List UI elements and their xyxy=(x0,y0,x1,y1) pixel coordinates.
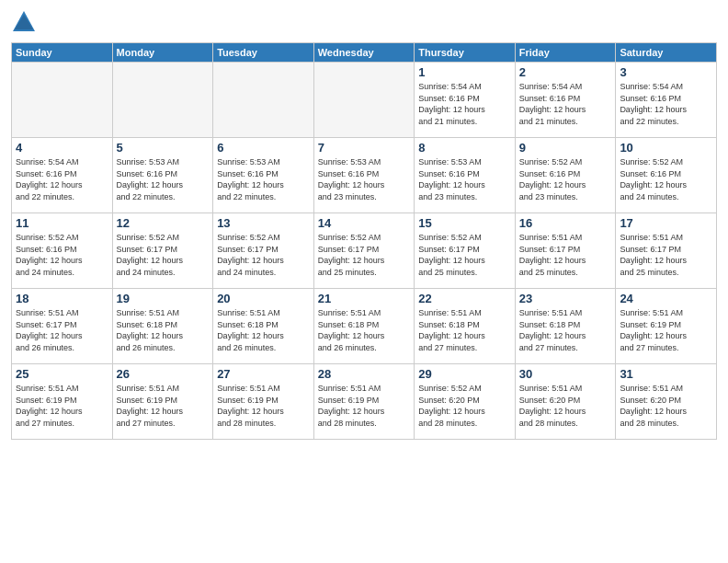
calendar-day-cell: 19Sunrise: 5:51 AM Sunset: 6:18 PM Dayli… xyxy=(112,289,213,364)
day-number: 17 xyxy=(620,216,712,230)
day-info: Sunrise: 5:52 AM Sunset: 6:17 PM Dayligh… xyxy=(117,232,210,278)
calendar-day-cell: 1Sunrise: 5:54 AM Sunset: 6:16 PM Daylig… xyxy=(415,63,516,138)
calendar-day-cell: 9Sunrise: 5:52 AM Sunset: 6:16 PM Daylig… xyxy=(515,138,616,213)
page-header xyxy=(11,9,717,35)
calendar-day-cell: 24Sunrise: 5:51 AM Sunset: 6:19 PM Dayli… xyxy=(616,289,717,364)
day-info: Sunrise: 5:51 AM Sunset: 6:18 PM Dayligh… xyxy=(117,307,210,353)
day-number: 1 xyxy=(418,65,511,79)
calendar-day-cell: 30Sunrise: 5:51 AM Sunset: 6:20 PM Dayli… xyxy=(515,364,616,440)
calendar-day-cell: 11Sunrise: 5:52 AM Sunset: 6:16 PM Dayli… xyxy=(12,213,113,289)
day-number: 26 xyxy=(117,367,210,381)
calendar-day-cell: 10Sunrise: 5:52 AM Sunset: 6:16 PM Dayli… xyxy=(616,138,717,213)
day-number: 20 xyxy=(217,292,310,305)
weekday-header-monday: Monday xyxy=(112,43,213,63)
logo xyxy=(11,9,40,35)
day-info: Sunrise: 5:52 AM Sunset: 6:16 PM Dayligh… xyxy=(620,156,712,202)
calendar-day-cell xyxy=(12,63,113,138)
calendar-table: SundayMondayTuesdayWednesdayThursdayFrid… xyxy=(11,42,717,440)
day-number: 25 xyxy=(16,367,108,381)
day-info: Sunrise: 5:54 AM Sunset: 6:16 PM Dayligh… xyxy=(418,81,511,127)
day-info: Sunrise: 5:51 AM Sunset: 6:20 PM Dayligh… xyxy=(620,383,712,429)
day-number: 2 xyxy=(519,65,612,79)
day-number: 6 xyxy=(217,141,310,155)
day-info: Sunrise: 5:52 AM Sunset: 6:20 PM Dayligh… xyxy=(418,383,511,429)
day-info: Sunrise: 5:51 AM Sunset: 6:19 PM Dayligh… xyxy=(117,383,210,429)
day-info: Sunrise: 5:51 AM Sunset: 6:18 PM Dayligh… xyxy=(519,307,612,353)
day-number: 3 xyxy=(620,65,712,79)
calendar-day-cell: 28Sunrise: 5:51 AM Sunset: 6:19 PM Dayli… xyxy=(313,364,415,440)
calendar-day-cell: 20Sunrise: 5:51 AM Sunset: 6:18 PM Dayli… xyxy=(213,289,314,364)
calendar-day-cell: 7Sunrise: 5:53 AM Sunset: 6:16 PM Daylig… xyxy=(313,138,415,213)
calendar-day-cell: 5Sunrise: 5:53 AM Sunset: 6:16 PM Daylig… xyxy=(112,138,213,213)
day-info: Sunrise: 5:52 AM Sunset: 6:16 PM Dayligh… xyxy=(16,232,108,278)
day-number: 5 xyxy=(117,141,210,155)
day-info: Sunrise: 5:51 AM Sunset: 6:17 PM Dayligh… xyxy=(620,232,712,278)
day-info: Sunrise: 5:51 AM Sunset: 6:17 PM Dayligh… xyxy=(519,232,612,278)
weekday-header-friday: Friday xyxy=(515,43,616,63)
calendar-week-2: 4Sunrise: 5:54 AM Sunset: 6:16 PM Daylig… xyxy=(12,138,717,213)
calendar-day-cell: 17Sunrise: 5:51 AM Sunset: 6:17 PM Dayli… xyxy=(616,213,717,289)
day-info: Sunrise: 5:52 AM Sunset: 6:17 PM Dayligh… xyxy=(318,232,411,278)
day-info: Sunrise: 5:52 AM Sunset: 6:17 PM Dayligh… xyxy=(418,232,511,278)
calendar-day-cell: 31Sunrise: 5:51 AM Sunset: 6:20 PM Dayli… xyxy=(616,364,717,440)
day-number: 22 xyxy=(418,292,511,305)
calendar-week-5: 25Sunrise: 5:51 AM Sunset: 6:19 PM Dayli… xyxy=(12,364,717,440)
weekday-header-tuesday: Tuesday xyxy=(213,43,314,63)
calendar-day-cell: 2Sunrise: 5:54 AM Sunset: 6:16 PM Daylig… xyxy=(515,63,616,138)
calendar-day-cell: 16Sunrise: 5:51 AM Sunset: 6:17 PM Dayli… xyxy=(515,213,616,289)
svg-marker-1 xyxy=(15,15,33,29)
calendar-day-cell: 12Sunrise: 5:52 AM Sunset: 6:17 PM Dayli… xyxy=(112,213,213,289)
day-number: 19 xyxy=(117,292,210,305)
day-info: Sunrise: 5:52 AM Sunset: 6:17 PM Dayligh… xyxy=(217,232,310,278)
calendar-day-cell: 18Sunrise: 5:51 AM Sunset: 6:17 PM Dayli… xyxy=(12,289,113,364)
calendar-day-cell: 3Sunrise: 5:54 AM Sunset: 6:16 PM Daylig… xyxy=(616,63,717,138)
day-number: 10 xyxy=(620,141,712,155)
day-number: 21 xyxy=(318,292,411,305)
calendar-week-4: 18Sunrise: 5:51 AM Sunset: 6:17 PM Dayli… xyxy=(12,289,717,364)
weekday-header-row: SundayMondayTuesdayWednesdayThursdayFrid… xyxy=(12,43,717,63)
day-info: Sunrise: 5:53 AM Sunset: 6:16 PM Dayligh… xyxy=(117,156,210,202)
day-number: 4 xyxy=(16,141,108,155)
day-info: Sunrise: 5:51 AM Sunset: 6:19 PM Dayligh… xyxy=(620,307,712,353)
day-info: Sunrise: 5:51 AM Sunset: 6:18 PM Dayligh… xyxy=(217,307,310,353)
weekday-header-thursday: Thursday xyxy=(415,43,516,63)
logo-icon xyxy=(11,9,37,35)
day-info: Sunrise: 5:51 AM Sunset: 6:18 PM Dayligh… xyxy=(318,307,411,353)
weekday-header-sunday: Sunday xyxy=(12,43,113,63)
calendar-day-cell: 4Sunrise: 5:54 AM Sunset: 6:16 PM Daylig… xyxy=(12,138,113,213)
day-info: Sunrise: 5:51 AM Sunset: 6:20 PM Dayligh… xyxy=(519,383,612,429)
day-info: Sunrise: 5:51 AM Sunset: 6:19 PM Dayligh… xyxy=(318,383,411,429)
calendar-day-cell: 6Sunrise: 5:53 AM Sunset: 6:16 PM Daylig… xyxy=(213,138,314,213)
day-number: 30 xyxy=(519,367,612,381)
day-number: 27 xyxy=(217,367,310,381)
day-info: Sunrise: 5:51 AM Sunset: 6:17 PM Dayligh… xyxy=(16,307,108,353)
day-number: 8 xyxy=(418,141,511,155)
day-number: 31 xyxy=(620,367,712,381)
calendar-day-cell: 21Sunrise: 5:51 AM Sunset: 6:18 PM Dayli… xyxy=(313,289,415,364)
day-number: 15 xyxy=(418,216,511,230)
day-info: Sunrise: 5:53 AM Sunset: 6:16 PM Dayligh… xyxy=(217,156,310,202)
day-number: 29 xyxy=(418,367,511,381)
day-info: Sunrise: 5:54 AM Sunset: 6:16 PM Dayligh… xyxy=(16,156,108,202)
calendar-week-1: 1Sunrise: 5:54 AM Sunset: 6:16 PM Daylig… xyxy=(12,63,717,138)
day-info: Sunrise: 5:54 AM Sunset: 6:16 PM Dayligh… xyxy=(620,81,712,127)
day-number: 23 xyxy=(519,292,612,305)
day-number: 12 xyxy=(117,216,210,230)
day-number: 7 xyxy=(318,141,411,155)
calendar-day-cell: 13Sunrise: 5:52 AM Sunset: 6:17 PM Dayli… xyxy=(213,213,314,289)
day-info: Sunrise: 5:53 AM Sunset: 6:16 PM Dayligh… xyxy=(318,156,411,202)
day-info: Sunrise: 5:54 AM Sunset: 6:16 PM Dayligh… xyxy=(519,81,612,127)
calendar-day-cell: 8Sunrise: 5:53 AM Sunset: 6:16 PM Daylig… xyxy=(415,138,516,213)
calendar-day-cell: 15Sunrise: 5:52 AM Sunset: 6:17 PM Dayli… xyxy=(415,213,516,289)
calendar-day-cell: 25Sunrise: 5:51 AM Sunset: 6:19 PM Dayli… xyxy=(12,364,113,440)
day-info: Sunrise: 5:53 AM Sunset: 6:16 PM Dayligh… xyxy=(418,156,511,202)
day-info: Sunrise: 5:51 AM Sunset: 6:19 PM Dayligh… xyxy=(16,383,108,429)
calendar-week-3: 11Sunrise: 5:52 AM Sunset: 6:16 PM Dayli… xyxy=(12,213,717,289)
weekday-header-saturday: Saturday xyxy=(616,43,717,63)
calendar-day-cell: 22Sunrise: 5:51 AM Sunset: 6:18 PM Dayli… xyxy=(415,289,516,364)
day-info: Sunrise: 5:51 AM Sunset: 6:18 PM Dayligh… xyxy=(418,307,511,353)
calendar-day-cell xyxy=(213,63,314,138)
weekday-header-wednesday: Wednesday xyxy=(313,43,415,63)
day-number: 11 xyxy=(16,216,108,230)
day-number: 14 xyxy=(318,216,411,230)
